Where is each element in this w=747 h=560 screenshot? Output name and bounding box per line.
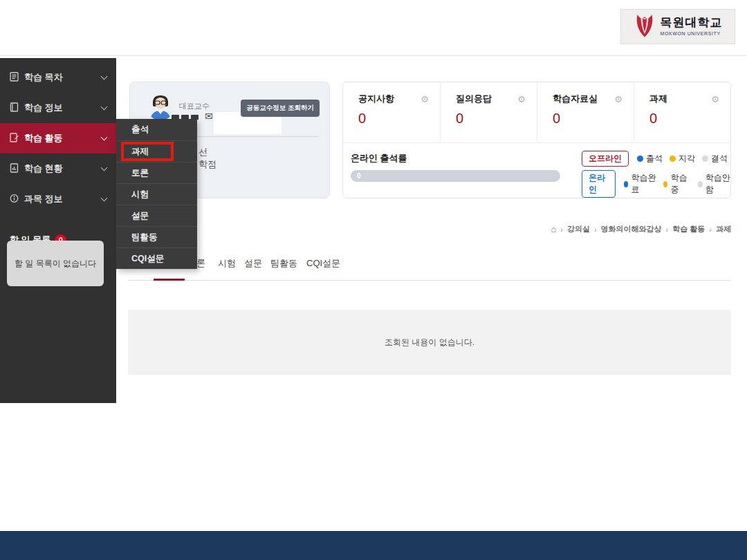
sidebar-item-course-info[interactable]: 과목 정보 [0, 184, 116, 214]
co-professor-info-button[interactable]: 공동교수정보 조회하기 [241, 100, 320, 117]
attendance-progress-bar: 0 [351, 170, 560, 182]
gear-icon[interactable]: ⚙ [421, 94, 429, 104]
sidebar-item-learning-activity[interactable]: 학습 활동 [0, 123, 116, 153]
footer-bar [0, 531, 747, 560]
chevron-down-icon [101, 73, 108, 80]
breadcrumb-separator: › [594, 225, 597, 234]
submenu-item-exam[interactable]: 시험 [116, 183, 197, 205]
legend-label: 학습안함 [706, 172, 730, 196]
yellow-dot-icon [670, 156, 676, 162]
course-info-line1: 선 [199, 146, 208, 158]
tab-cqi-survey[interactable]: CQI설문 [306, 257, 340, 270]
submenu-item-team-activity[interactable]: 팀활동 [116, 226, 197, 248]
submenu-item-attendance[interactable]: 출석 [116, 119, 197, 140]
active-tab-underline [154, 279, 185, 281]
tab-team-activity[interactable]: 팀활동 [270, 257, 297, 270]
mail-icon[interactable]: ✉ [205, 111, 213, 122]
stat-value[interactable]: 0 [358, 111, 429, 127]
offline-badge[interactable]: 오프라인 [582, 151, 629, 167]
chevron-down-icon [101, 195, 108, 202]
course-info-line2: 학점 [199, 158, 216, 171]
legend-label: 결석 [711, 153, 728, 165]
blue-dot-icon [624, 181, 629, 187]
breadcrumb-course[interactable]: 영화의이해와감상 [601, 224, 662, 234]
legend-complete: 학습완료 [624, 172, 656, 196]
sidebar-item-learning-info[interactable]: 학습 정보 [0, 93, 116, 123]
edit-document-icon [10, 133, 19, 144]
stat-assignment: 과제 ⚙ 0 [634, 82, 730, 142]
empty-state-panel: 조회된 내용이 없습니다. [128, 310, 731, 375]
sidebar-item-label: 학습 정보 [24, 102, 63, 114]
gear-icon[interactable]: ⚙ [711, 94, 719, 104]
online-attendance-title: 온라인 출석률 [351, 152, 407, 165]
legend-label: 출석 [646, 153, 663, 165]
breadcrumb-separator: › [709, 225, 712, 234]
sidebar-item-label: 학습 활동 [24, 132, 63, 144]
breadcrumb: ⌂ › 강의실 › 영화의이해와감상 › 학습 활동 › 과제 [551, 224, 731, 234]
stat-materials: 학습자료실 ⚙ 0 [537, 82, 634, 142]
stat-qna: 질의응답 ⚙ 0 [440, 82, 537, 142]
stat-label: 과제 [649, 93, 667, 105]
activity-tabbar: 출석 과제 토론 시험 설문 팀활동 CQI설문 [128, 254, 731, 281]
chart-book-icon [10, 163, 19, 175]
sidebar: 학습 목차 학습 정보 학습 활동 학습 [0, 58, 116, 403]
tab-exam[interactable]: 시험 [218, 257, 236, 270]
home-icon[interactable]: ⌂ [551, 224, 556, 234]
university-name-en: MOKWON UNIVERSITY [661, 31, 723, 37]
professor-avatar [146, 91, 175, 120]
breadcrumb-separator: › [560, 225, 563, 234]
university-name-ko: 목원대학교 [661, 17, 723, 30]
stat-notice: 공지사항 ⚙ 0 [343, 82, 440, 142]
learning-activity-submenu: 출석 과제 토론 시험 설문 팀활동 CQI설문 [116, 119, 197, 269]
card-divider [343, 142, 730, 143]
gear-icon[interactable]: ⚙ [614, 94, 622, 104]
attendance-progress-value: 0 [351, 170, 560, 182]
online-badge[interactable]: 온라인 [582, 170, 616, 198]
legend-not-started: 학습안함 [698, 172, 730, 196]
submenu-item-survey[interactable]: 설문 [116, 205, 197, 226]
stat-label: 질의응답 [456, 93, 492, 105]
gray-dot-icon [702, 156, 708, 162]
todo-empty-message: 할 일 목록이 없습니다 [15, 258, 96, 270]
sidebar-item-label: 학습 목차 [24, 71, 63, 84]
sidebar-item-label: 과목 정보 [24, 193, 63, 205]
header-divider [0, 55, 747, 56]
chevron-down-icon [101, 165, 108, 171]
legend-label: 학습 중 [670, 172, 691, 196]
university-logo: 목원대학교 MOKWON UNIVERSITY [620, 9, 735, 44]
university-emblem-icon [634, 12, 656, 41]
stat-value[interactable]: 0 [553, 111, 622, 127]
sidebar-item-learning-status[interactable]: 학습 현황 [0, 153, 116, 184]
stat-label: 공지사항 [358, 93, 394, 105]
chevron-down-icon [101, 134, 108, 141]
legend-label: 지각 [679, 153, 695, 165]
breadcrumb-separator: › [666, 225, 669, 234]
empty-state-message: 조회된 내용이 없습니다. [385, 337, 474, 348]
submenu-item-cqi-survey[interactable]: CQI설문 [116, 248, 197, 269]
chevron-down-icon [101, 104, 108, 111]
sidebar-item-label: 학습 현황 [24, 162, 63, 175]
submenu-item-assignment[interactable]: 과제 [116, 140, 197, 162]
professor-role-label: 대표교수 [179, 101, 210, 111]
breadcrumb-learning-activity[interactable]: 학습 활동 [672, 224, 705, 234]
lms-page: 목원대학교 MOKWON UNIVERSITY 학습 목차 학습 정보 [0, 0, 747, 560]
sidebar-item-learning-contents[interactable]: 학습 목차 [0, 62, 116, 93]
breadcrumb-classroom[interactable]: 강의실 [567, 224, 590, 234]
gear-icon[interactable]: ⚙ [517, 94, 526, 104]
legend-attend: 출석 [637, 153, 663, 165]
stat-value[interactable]: 0 [649, 111, 719, 127]
gray-dot-icon [698, 181, 703, 187]
legend-absent: 결석 [702, 153, 728, 165]
legend-in-progress: 학습 중 [663, 172, 691, 196]
submenu-item-discussion[interactable]: 토론 [116, 162, 197, 183]
breadcrumb-assignment[interactable]: 과제 [716, 224, 731, 234]
legend-label: 학습완료 [631, 172, 656, 196]
info-icon [10, 194, 19, 205]
course-summary-card: 공지사항 ⚙ 0 질의응답 ⚙ 0 학습자료실 ⚙ 0 [342, 82, 731, 198]
tab-survey[interactable]: 설문 [244, 257, 262, 270]
book-icon [10, 102, 19, 114]
stat-value[interactable]: 0 [456, 111, 526, 127]
legend-late: 지각 [670, 153, 695, 165]
todo-empty-box: 할 일 목록이 없습니다 [7, 241, 104, 286]
blue-dot-icon [637, 156, 643, 162]
